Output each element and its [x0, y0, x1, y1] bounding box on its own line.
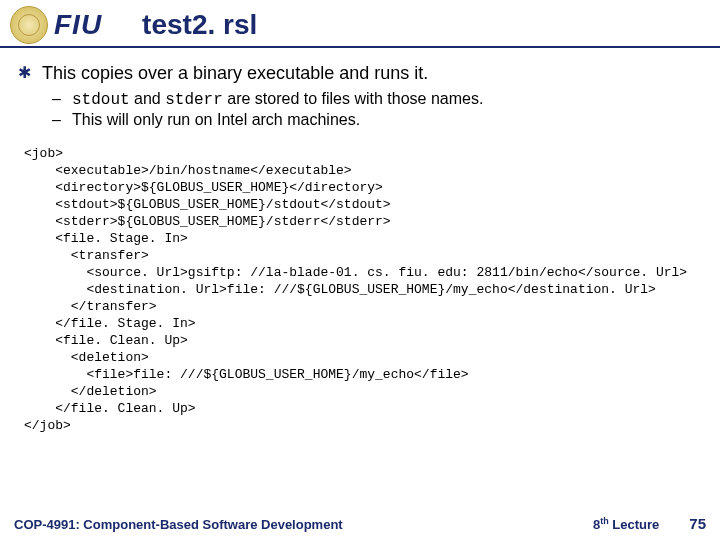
seal-icon	[10, 6, 48, 44]
body: ✱ This copies over a binary executable a…	[0, 48, 720, 434]
bullet-sub-1-text: stdout and stderr are stored to files wi…	[72, 90, 483, 109]
code-inline-stdout: stdout	[72, 91, 130, 109]
page-number: 75	[689, 515, 706, 532]
bullet-sub-2-text: This will only run on Intel arch machine…	[72, 111, 360, 129]
bullet-main-text: This copies over a binary executable and…	[42, 62, 428, 84]
bullet-icon: ✱	[18, 62, 32, 84]
bullet-main: ✱ This copies over a binary executable a…	[18, 62, 702, 84]
logo: FIU	[10, 6, 102, 44]
footer-left: COP-4991: Component-Based Software Devel…	[14, 517, 593, 532]
logo-text: FIU	[54, 9, 102, 41]
dash-icon: –	[52, 111, 66, 129]
slide-title: test2. rsl	[122, 9, 257, 41]
lecture-label: Lecture	[609, 517, 660, 532]
lecture-ordinal: th	[600, 516, 609, 526]
code-inline-stderr: stderr	[165, 91, 223, 109]
footer: COP-4991: Component-Based Software Devel…	[14, 515, 706, 532]
code-block: <job> <executable>/bin/hostname</executa…	[18, 131, 702, 434]
header: FIU test2. rsl	[0, 0, 720, 48]
sub1-post: are stored to files with those names.	[223, 90, 484, 107]
bullet-sub-2: – This will only run on Intel arch machi…	[52, 111, 702, 129]
slide: FIU test2. rsl ✱ This copies over a bina…	[0, 0, 720, 540]
footer-mid: 8th Lecture	[593, 516, 659, 532]
dash-icon: –	[52, 90, 66, 108]
sub1-mid: and	[130, 90, 166, 107]
bullet-sub-1: – stdout and stderr are stored to files …	[52, 90, 702, 109]
